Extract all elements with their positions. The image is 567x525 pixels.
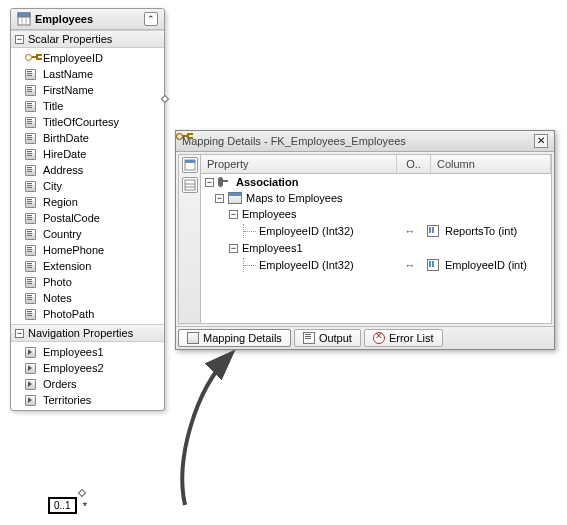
- association-icon: [218, 176, 232, 188]
- property-item[interactable]: PostalCode: [11, 210, 164, 226]
- expander-icon[interactable]: −: [15, 329, 24, 338]
- property-label: HomePhone: [43, 244, 104, 256]
- nav-property-icon: [25, 362, 39, 374]
- bidirectional-arrow-icon: ↔: [405, 225, 416, 237]
- association-label: Association: [236, 176, 298, 188]
- nav-property-item[interactable]: Employees2: [11, 360, 164, 376]
- nav-section-header[interactable]: − Navigation Properties: [11, 324, 164, 342]
- mapping-left-rail: [179, 155, 201, 323]
- property-label: LastName: [43, 68, 93, 80]
- tree-connector: [243, 258, 259, 272]
- property-item[interactable]: Extension: [11, 258, 164, 274]
- mapping-body: Property O.. Column − Association − Maps…: [178, 154, 552, 324]
- property-label: City: [43, 180, 62, 192]
- scalar-property-icon: [25, 292, 39, 304]
- property-item[interactable]: HomePhone: [11, 242, 164, 258]
- property-label: EmployeeID: [43, 52, 103, 64]
- end-label: Employees: [242, 208, 296, 220]
- property-label: Employees1: [43, 346, 104, 358]
- expander-icon[interactable]: −: [229, 244, 238, 253]
- mapping-details-panel: Mapping Details - FK_Employees_Employees…: [175, 130, 555, 350]
- property-item[interactable]: Address: [11, 162, 164, 178]
- view-mode-icon[interactable]: [182, 157, 198, 173]
- entity-designer-panel: Employees ⌃ − Scalar Properties Employee…: [10, 8, 165, 411]
- property-item[interactable]: City: [11, 178, 164, 194]
- property-label: HireDate: [43, 148, 86, 160]
- callout-arrow: [165, 350, 255, 510]
- property-item[interactable]: Region: [11, 194, 164, 210]
- property-label: EmployeeID (Int32): [259, 225, 354, 237]
- property-item[interactable]: EmployeeID: [11, 50, 164, 66]
- tree-row-end[interactable]: − Employees1: [201, 240, 551, 256]
- table-icon: [228, 192, 242, 204]
- nav-property-list: Employees1Employees2OrdersTerritories: [11, 342, 164, 410]
- property-label: FirstName: [43, 84, 94, 96]
- tab-output[interactable]: Output: [294, 329, 361, 347]
- nav-property-icon: [25, 346, 39, 358]
- scalar-property-icon: [25, 308, 39, 320]
- scalar-property-icon: [25, 132, 39, 144]
- tree-connector: [243, 224, 259, 238]
- tab-label: Error List: [389, 332, 434, 344]
- property-item[interactable]: Photo: [11, 274, 164, 290]
- expander-icon[interactable]: −: [15, 35, 24, 44]
- col-operator[interactable]: O..: [397, 155, 431, 173]
- property-item[interactable]: Title: [11, 98, 164, 114]
- mapping-grid: Property O.. Column − Association − Maps…: [201, 155, 551, 323]
- mapping-title: Mapping Details - FK_Employees_Employees: [182, 135, 534, 147]
- grid-rows: − Association − Maps to Employees − Empl…: [201, 174, 551, 323]
- property-label: Extension: [43, 260, 91, 272]
- property-label: PhotoPath: [43, 308, 94, 320]
- col-column[interactable]: Column: [431, 155, 551, 173]
- scalar-property-list: EmployeeIDLastNameFirstNameTitleTitleOfC…: [11, 48, 164, 324]
- property-item[interactable]: LastName: [11, 66, 164, 82]
- property-label: Region: [43, 196, 78, 208]
- column-label: EmployeeID (int): [445, 259, 527, 271]
- svg-rect-1: [18, 13, 30, 17]
- entity-header[interactable]: Employees ⌃: [11, 9, 164, 30]
- property-label: Orders: [43, 378, 77, 390]
- nav-property-item[interactable]: Territories: [11, 392, 164, 408]
- property-item[interactable]: BirthDate: [11, 130, 164, 146]
- tree-row-maps-to[interactable]: − Maps to Employees: [201, 190, 551, 206]
- tree-row-mapping[interactable]: EmployeeID (Int32) ↔ ReportsTo (int): [201, 222, 551, 240]
- scalar-section-label: Scalar Properties: [28, 33, 112, 45]
- col-property[interactable]: Property: [201, 155, 397, 173]
- scalar-property-icon: [25, 100, 39, 112]
- end-label: Employees1: [242, 242, 303, 254]
- scalar-property-icon: [25, 244, 39, 256]
- scalar-property-icon: [25, 276, 39, 288]
- tree-row-association[interactable]: − Association: [201, 174, 551, 190]
- expander-icon[interactable]: −: [229, 210, 238, 219]
- tree-row-mapping[interactable]: EmployeeID (Int32) ↔ EmployeeID (int): [201, 256, 551, 274]
- nav-property-item[interactable]: Employees1: [11, 344, 164, 360]
- view-mode-icon[interactable]: [182, 177, 198, 193]
- expander-icon[interactable]: −: [205, 178, 214, 187]
- expander-icon[interactable]: −: [215, 194, 224, 203]
- tab-error-list[interactable]: Error List: [364, 329, 443, 347]
- mapping-titlebar[interactable]: Mapping Details - FK_Employees_Employees…: [176, 131, 554, 152]
- entity-icon: [17, 12, 31, 26]
- property-item[interactable]: FirstName: [11, 82, 164, 98]
- key-icon: [25, 52, 39, 64]
- nav-property-item[interactable]: Orders: [11, 376, 164, 392]
- property-label: Territories: [43, 394, 91, 406]
- property-item[interactable]: PhotoPath: [11, 306, 164, 322]
- tree-row-end[interactable]: − Employees: [201, 206, 551, 222]
- tab-mapping-details[interactable]: Mapping Details: [178, 329, 291, 347]
- property-item[interactable]: Country: [11, 226, 164, 242]
- close-icon[interactable]: ✕: [534, 134, 548, 148]
- column-icon: [427, 259, 441, 271]
- connector-handle[interactable]: [78, 489, 86, 497]
- mapping-tab-icon: [187, 332, 199, 344]
- collapse-button[interactable]: ⌃: [144, 12, 158, 26]
- scalar-section-header[interactable]: − Scalar Properties: [11, 30, 164, 48]
- property-item[interactable]: TitleOfCourtesy: [11, 114, 164, 130]
- scalar-property-icon: [25, 68, 39, 80]
- grid-header: Property O.. Column: [201, 155, 551, 174]
- property-item[interactable]: HireDate: [11, 146, 164, 162]
- svg-rect-6: [185, 180, 195, 190]
- property-item[interactable]: Notes: [11, 290, 164, 306]
- property-label: PostalCode: [43, 212, 100, 224]
- output-tab-icon: [303, 332, 315, 344]
